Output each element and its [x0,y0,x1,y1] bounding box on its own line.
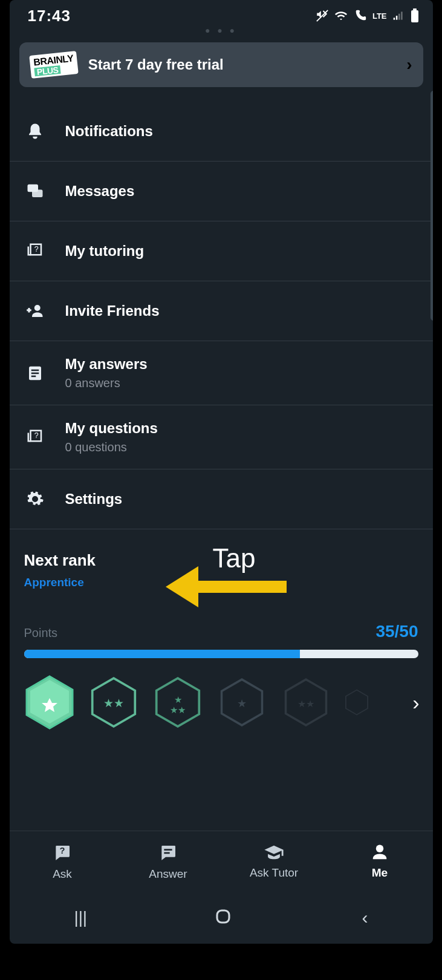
status-time: 17:43 [28,7,71,25]
bell-icon [24,122,46,140]
brainly-plus-badge: BRAINLY PLUS [29,51,79,79]
badge-6-partial[interactable] [345,674,369,731]
svg-text:★: ★ [237,697,247,710]
points-progress-fill [24,650,300,658]
svg-rect-15 [31,375,36,377]
svg-rect-4 [401,11,403,19]
nav-item-ask-tutor[interactable]: Ask Tutor [221,843,327,881]
svg-point-11 [34,305,40,311]
svg-point-34 [376,845,384,853]
menu-label: Notifications [65,123,153,140]
svg-text:★: ★ [174,695,181,705]
answer-icon [158,843,178,863]
badge-line2: PLUS [34,65,61,76]
rank-name[interactable]: Apprentice [24,576,418,589]
badge-2[interactable]: ★★ [88,674,139,731]
svg-rect-35 [217,910,229,923]
badge-1[interactable] [24,674,75,731]
menu-item-my-answers[interactable]: My answers 0 answers [10,341,433,405]
points-row: Points 35/50 [10,622,433,641]
scroll-indicator [431,91,433,321]
svg-rect-3 [398,14,400,20]
nav-item-answer[interactable]: Answer [115,843,221,881]
user-icon [371,843,389,861]
menu-item-notifications[interactable]: Notifications [10,102,433,162]
android-home-button[interactable] [214,907,232,928]
call-wifi-icon [353,9,368,22]
gear-icon [24,490,46,508]
svg-rect-33 [164,852,169,854]
menu-item-messages[interactable]: Messages [10,162,433,221]
signal-icon [392,10,405,22]
badge-3[interactable]: ★★★ [152,674,203,731]
menu-label: My tutoring [65,243,145,260]
bottom-nav: ? Ask Answer Ask Tutor Me [10,831,433,892]
tutoring-icon: ? [24,242,46,260]
svg-rect-6 [413,8,417,10]
nav-item-ask[interactable]: ? Ask [10,843,115,881]
menu-label: Settings [65,491,123,508]
promo-text: Start 7 day free trial [88,56,396,73]
menu-item-tutoring[interactable]: ? My tutoring [10,221,433,281]
ask-icon: ? [53,843,72,863]
svg-rect-5 [411,10,418,22]
android-system-nav: | | | ‹ [10,892,433,944]
status-bar: 17:43 LTE [10,0,433,29]
document-icon [24,364,46,382]
nav-label: Answer [149,867,187,881]
mute-vibrate-icon [316,9,329,22]
questions-icon: ? [24,428,46,446]
svg-rect-8 [32,190,43,198]
next-rank-section: Next rank Apprentice [10,529,433,596]
network-label: LTE [372,11,387,21]
menu-sublabel: 0 questions [65,440,158,454]
battery-icon [410,8,420,23]
chevron-right-icon[interactable]: › [412,691,425,714]
menu-sublabel: 0 answers [65,376,148,390]
brainly-plus-promo[interactable]: BRAINLY PLUS Start 7 day free trial › [19,42,423,87]
nav-item-me[interactable]: Me [327,843,433,881]
nav-label: Ask [53,867,72,881]
badges-row[interactable]: ★★ ★★★ ★ ★★ › [10,669,433,743]
wifi-icon [334,9,348,22]
status-icons: LTE [316,8,420,23]
svg-text:★★: ★★ [170,705,186,715]
svg-rect-13 [31,369,39,371]
nav-label: Ask Tutor [250,866,298,880]
next-rank-heading: Next rank [24,551,418,570]
messages-icon [24,182,46,200]
points-progress [24,650,418,658]
svg-rect-14 [31,372,39,374]
svg-text:?: ? [60,846,65,855]
svg-text:?: ? [34,245,38,253]
badge-5[interactable]: ★★ [281,674,331,731]
badge-4[interactable]: ★ [216,674,267,731]
svg-text:?: ? [34,431,38,440]
chevron-right-icon: › [406,55,412,74]
svg-marker-30 [345,690,367,715]
menu-list: Notifications Messages ? My tutoring Inv… [10,98,433,529]
menu-item-my-questions[interactable]: ? My questions 0 questions [10,405,433,469]
svg-rect-1 [393,18,395,19]
menu-label: My answers [65,356,148,373]
svg-text:★★: ★★ [103,697,124,710]
nav-label: Me [372,866,388,880]
grabber-handle: ● ● ● [10,25,433,35]
menu-label: My questions [65,420,158,437]
points-value: 35/50 [375,622,418,641]
add-user-icon [24,302,46,320]
tutor-icon [264,843,284,861]
menu-label: Invite Friends [65,302,160,319]
android-back-button[interactable]: ‹ [362,907,368,928]
menu-label: Messages [65,183,135,200]
menu-item-settings[interactable]: Settings [10,469,433,529]
svg-rect-32 [164,849,172,851]
svg-rect-2 [395,16,397,20]
android-recents-button[interactable]: | | | [74,908,85,927]
points-label: Points [24,626,58,640]
svg-text:★★: ★★ [297,699,314,709]
menu-item-invite-friends[interactable]: Invite Friends [10,281,433,341]
